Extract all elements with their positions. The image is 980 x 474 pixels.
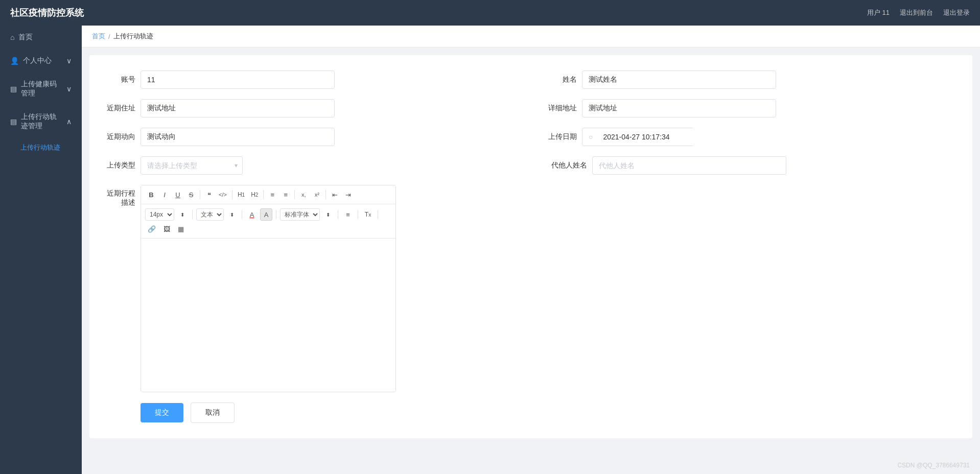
font-size-select[interactable]: 14px xyxy=(145,208,174,221)
align-btn[interactable]: ≡ xyxy=(342,208,354,221)
recent-trip-label1: 近期行程 xyxy=(105,189,135,198)
home-icon: ⌂ xyxy=(10,33,14,41)
proxy-person-input[interactable] xyxy=(592,156,786,175)
font-size-adjust-btn[interactable]: ⬍ xyxy=(176,208,189,221)
account-label: 账号 xyxy=(105,75,135,84)
submit-button[interactable]: 提交 xyxy=(141,403,183,422)
field-name: 姓名 xyxy=(546,70,957,89)
sidebar-health-label: 上传健康码管理 xyxy=(21,80,62,98)
app-title: 社区疫情防控系统 xyxy=(10,7,84,19)
text-type-adjust-btn[interactable]: ⬍ xyxy=(226,208,238,221)
sidebar: ⌂ 首页 👤 个人中心 ∨ ▤ 上传健康码管理 ∨ ▤ 上传行动轨迹管理 ∧ 上… xyxy=(0,26,82,474)
upload-type-label: 上传类型 xyxy=(105,161,135,170)
upload-date-label: 上传日期 xyxy=(546,132,577,141)
font-color-btn[interactable]: A xyxy=(246,208,258,221)
health-code-icon: ▤ xyxy=(10,85,17,93)
toolbar-sep8 xyxy=(276,210,276,219)
code-btn[interactable]: </> xyxy=(216,188,229,201)
field-upload-date: 上传日期 ○ xyxy=(546,128,957,146)
top-nav-actions: 用户 11 退出到前台 退出登录 xyxy=(867,8,970,17)
track-icon: ▤ xyxy=(10,117,17,126)
toolbar-row2: 14px ⬍ 文本 ⬍ A A 标准字体 xyxy=(141,205,395,239)
sidebar-item-upload-track[interactable]: 上传行动轨迹 xyxy=(0,138,82,157)
name-input[interactable] xyxy=(582,70,776,89)
table-btn[interactable]: ▦ xyxy=(175,223,187,235)
underline-btn[interactable]: U xyxy=(172,188,184,201)
back-to-front-btn[interactable]: 退出到前台 xyxy=(900,8,933,17)
toolbar-sep4 xyxy=(294,190,295,199)
field-upload-type: 上传类型 请选择上传类型 ▾ xyxy=(105,156,516,175)
field-recent-activity: 近期动向 xyxy=(105,128,516,146)
chevron-up-icon: ∧ xyxy=(66,117,72,126)
recent-activity-input[interactable] xyxy=(141,128,335,146)
toolbar-sep2 xyxy=(232,190,232,199)
toolbar-sep10 xyxy=(358,210,358,219)
toolbar-sep9 xyxy=(338,210,338,219)
form-actions: 提交 取消 xyxy=(105,402,957,423)
toolbar-sep6 xyxy=(192,210,193,219)
image-btn[interactable]: 🖼 xyxy=(160,223,173,235)
editor-body[interactable] xyxy=(141,239,395,392)
toolbar-sep5 xyxy=(325,190,326,199)
current-user: 用户 11 xyxy=(867,8,890,17)
indent-right-btn[interactable]: ⇥ xyxy=(342,188,354,201)
quote-btn[interactable]: ❝ xyxy=(203,188,215,201)
sidebar-track-label: 上传行动轨迹管理 xyxy=(21,112,62,131)
recent-address-input[interactable] xyxy=(141,99,335,117)
italic-btn[interactable]: I xyxy=(158,188,171,201)
sidebar-item-home-label: 首页 xyxy=(18,33,33,42)
h1-btn[interactable]: H1 xyxy=(235,188,247,201)
breadcrumb-sep: / xyxy=(108,33,110,40)
toolbar-sep11 xyxy=(378,210,378,219)
detail-address-label: 详细地址 xyxy=(546,104,577,113)
field-recent-address: 近期住址 xyxy=(105,99,516,117)
recent-trip-label2: 描述 xyxy=(105,198,135,207)
breadcrumb-home[interactable]: 首页 xyxy=(92,32,105,41)
chevron-down-icon: ∨ xyxy=(66,57,72,65)
sidebar-item-home[interactable]: ⌂ 首页 xyxy=(0,26,82,49)
cancel-button[interactable]: 取消 xyxy=(191,402,235,423)
editor-container: B I U S ❝ </> H1 H2 ≡ ≡ x, xyxy=(141,185,396,392)
person-icon: 👤 xyxy=(10,57,19,65)
calendar-icon: ○ xyxy=(589,133,593,141)
sub-btn[interactable]: x² xyxy=(311,188,323,201)
field-detail-address: 详细地址 xyxy=(546,99,957,117)
date-picker[interactable]: ○ xyxy=(582,128,694,146)
link-btn[interactable]: 🔗 xyxy=(145,223,158,235)
font-family-select[interactable]: 标准字体 xyxy=(280,208,320,221)
toolbar-sep1 xyxy=(200,190,200,199)
strikethrough-btn[interactable]: S xyxy=(185,188,197,201)
main-content: 首页 / 上传行动轨迹 账号 姓名 近期住址 xyxy=(82,26,980,474)
toolbar-sep7 xyxy=(242,210,242,219)
upload-type-select[interactable]: 请选择上传类型 xyxy=(141,156,243,175)
recent-address-label: 近期住址 xyxy=(105,104,135,113)
chevron-down-icon2: ∨ xyxy=(66,85,72,93)
watermark: CSDN @QQ_3786649731 xyxy=(897,462,970,469)
detail-address-input[interactable] xyxy=(582,99,776,117)
logout-btn[interactable]: 退出登录 xyxy=(943,8,970,17)
font-bg-btn[interactable]: A xyxy=(260,208,272,221)
font-family-adjust-btn[interactable]: ⬍ xyxy=(322,208,334,221)
h2-btn[interactable]: H2 xyxy=(248,188,261,201)
sidebar-item-health-code[interactable]: ▤ 上传健康码管理 ∨ xyxy=(0,73,82,105)
sidebar-personal-label: 个人中心 xyxy=(23,56,52,65)
field-account: 账号 xyxy=(105,70,516,89)
sup-btn[interactable]: x, xyxy=(297,188,310,201)
indent-left-btn[interactable]: ⇤ xyxy=(329,188,341,201)
recent-activity-label: 近期动向 xyxy=(105,132,135,141)
account-input[interactable] xyxy=(141,70,335,89)
sidebar-item-personal-center[interactable]: 👤 个人中心 ∨ xyxy=(0,49,82,73)
bold-btn[interactable]: B xyxy=(145,188,157,201)
upload-type-select-wrap: 请选择上传类型 ▾ xyxy=(141,156,243,175)
text-type-select[interactable]: 文本 xyxy=(196,208,224,221)
ul-btn[interactable]: ≡ xyxy=(279,188,292,201)
clear-format-btn[interactable]: Tx xyxy=(362,208,374,221)
top-nav: 社区疫情防控系统 用户 11 退出到前台 退出登录 xyxy=(0,0,980,26)
rich-text-editor: B I U S ❝ </> H1 H2 ≡ ≡ x, xyxy=(141,185,396,392)
proxy-person-label: 代他人姓名 xyxy=(546,161,587,170)
field-proxy-person: 代他人姓名 xyxy=(546,156,957,175)
sidebar-item-action-track[interactable]: ▤ 上传行动轨迹管理 ∧ xyxy=(0,105,82,138)
date-input[interactable] xyxy=(597,128,698,146)
name-label: 姓名 xyxy=(546,75,577,84)
ol-btn[interactable]: ≡ xyxy=(266,188,278,201)
